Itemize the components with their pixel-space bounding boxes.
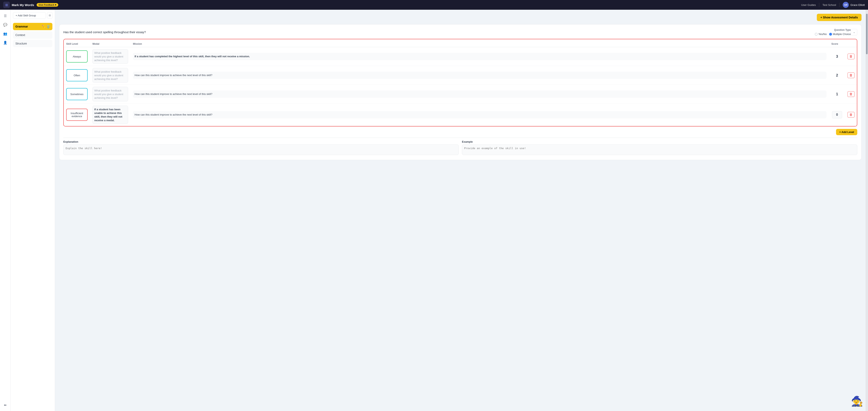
user-guides-link[interactable]: User Guides xyxy=(801,3,816,6)
table-row: Often What positive feedback would you g… xyxy=(64,66,857,85)
chevron-down-button[interactable]: ⌄ xyxy=(851,29,857,35)
explanation-section: Explanation Example xyxy=(63,137,857,156)
feedback-dot xyxy=(55,4,56,5)
multiple-choice-label: Multiple Choice xyxy=(833,33,851,36)
medal-placeholder[interactable]: What positive feedback would you give a … xyxy=(92,87,128,101)
medal-cell: What positive feedback would you give a … xyxy=(90,47,130,66)
mission-text: If a student has completed the highest l… xyxy=(134,55,250,58)
show-assessment-button[interactable]: + Show Assessment Details xyxy=(817,14,862,21)
scroll-thumb xyxy=(866,14,868,54)
table-row: Insufficient evidence If a student has b… xyxy=(64,104,857,126)
scroll-track[interactable] xyxy=(866,10,868,411)
delete-cell: 🗑 xyxy=(845,85,857,104)
score-input[interactable] xyxy=(832,111,842,118)
question-card: Has the student used correct spelling th… xyxy=(59,24,862,160)
skill-level-cell: Insufficient evidence xyxy=(64,104,90,126)
feedback-button[interactable]: Give Feedback xyxy=(37,3,59,7)
medal-placeholder[interactable]: What positive feedback would you give a … xyxy=(92,49,128,64)
multiple-choice-option[interactable]: Multiple Choice xyxy=(829,33,851,36)
delete-row-button[interactable]: 🗑 xyxy=(847,72,855,78)
explanation-input[interactable] xyxy=(63,145,459,155)
mission-cell: If a student has completed the highest l… xyxy=(130,47,829,66)
icon-bar-item-logout[interactable]: ⬅ xyxy=(2,401,9,409)
skill-rows-body: Always What positive feedback would you … xyxy=(64,47,857,126)
sidebar-item-grammar[interactable]: Grammar ✏️ 🗑️ xyxy=(13,23,53,30)
skill-level-name: Sometimes xyxy=(70,93,83,96)
skill-level-box-insufficient[interactable]: Insufficient evidence xyxy=(66,109,88,121)
skill-level-cell: Always xyxy=(64,47,90,66)
icon-bar-item-person[interactable]: 👤 xyxy=(2,39,9,46)
yes-no-option[interactable]: Yes/No xyxy=(815,33,827,36)
medal-cell: What positive feedback would you give a … xyxy=(90,66,130,85)
delete-row-button[interactable]: 🗑 xyxy=(847,112,855,118)
add-skill-group-label: + Add Skill Group xyxy=(16,14,36,17)
feedback-label: Give Feedback xyxy=(39,4,55,6)
icon-bar-item-users[interactable]: 👥 xyxy=(2,30,9,37)
school-name: Test School xyxy=(823,3,836,6)
icon-bar-item-chat[interactable]: 💬 xyxy=(2,21,9,28)
example-label: Example xyxy=(462,140,857,143)
example-input[interactable] xyxy=(462,145,857,155)
mascot: 🧙 xyxy=(851,396,863,407)
score-cell: 2 xyxy=(829,66,845,85)
collapse-button[interactable]: ⊟ xyxy=(47,12,53,19)
table-row: Always What positive feedback would you … xyxy=(64,47,857,66)
avatar: GR xyxy=(843,2,849,8)
table-row: Sometimes What positive feedback would y… xyxy=(64,85,857,104)
explanation-label: Explanation xyxy=(63,140,459,143)
skill-level-name: Always xyxy=(73,55,81,58)
mission-placeholder[interactable]: How can this student improve to achieve … xyxy=(133,91,827,98)
col-score: Score xyxy=(829,41,845,47)
sidebar-item-context[interactable]: Context xyxy=(13,31,53,39)
medal-placeholder[interactable]: If a student has been unable to achieve … xyxy=(92,106,128,124)
skill-level-box-often[interactable]: Often xyxy=(66,69,88,81)
medal-text: What positive feedback would you give a … xyxy=(94,89,123,99)
question-type-options: Yes/No Multiple Choice xyxy=(815,33,851,36)
mission-text: How can this student improve to achieve … xyxy=(134,93,212,96)
mission-cell: How can this student improve to achieve … xyxy=(130,66,829,85)
medal-cell: If a student has been unable to achieve … xyxy=(90,104,130,126)
mission-placeholder[interactable]: How can this student improve to achieve … xyxy=(133,72,827,79)
mission-cell: How can this student improve to achieve … xyxy=(130,85,829,104)
delete-cell: 🗑 xyxy=(845,47,857,66)
skill-level-box-sometimes[interactable]: Sometimes xyxy=(66,88,88,100)
sidebar-item-structure[interactable]: Structure xyxy=(13,40,53,47)
assessment-bar: + Show Assessment Details xyxy=(59,14,862,21)
user-name: Grace Elliott xyxy=(850,3,865,6)
col-skill-level: Skill Level xyxy=(64,41,90,47)
add-skill-group-button[interactable]: + Add Skill Group xyxy=(13,12,46,19)
skill-level-box-always[interactable]: Always xyxy=(66,51,88,63)
skill-level-name: Insufficient evidence xyxy=(68,112,86,118)
mission-placeholder[interactable]: If a student has completed the highest l… xyxy=(133,53,827,60)
question-text: Has the student used correct spelling th… xyxy=(63,30,815,34)
skill-levels-table: Skill Level Medal Mission Score Always W… xyxy=(64,41,857,126)
question-header: Has the student used correct spelling th… xyxy=(63,29,857,36)
score-value: 2 xyxy=(836,73,838,77)
skill-level-cell: Sometimes xyxy=(64,85,90,104)
score-cell: 3 xyxy=(829,47,845,66)
skill-group-label: Context xyxy=(16,33,25,37)
question-type-section: Question Type Yes/No Multiple Choice xyxy=(815,29,851,36)
nav-links: User Guides Test School GR Grace Elliott xyxy=(801,2,865,8)
icon-bar-item-menu[interactable]: ☰ xyxy=(2,12,9,20)
explanation-block: Explanation xyxy=(63,140,459,156)
medal-placeholder[interactable]: What positive feedback would you give a … xyxy=(92,68,128,83)
medal-text: If a student has been unable to achieve … xyxy=(94,108,122,122)
delete-row-button[interactable]: 🗑 xyxy=(847,54,855,59)
sidebar: + Add Skill Group ⊟ Grammar ✏️ 🗑️ Contex… xyxy=(10,10,55,411)
col-medal: Medal xyxy=(90,41,130,47)
logo-icon: ⊞ xyxy=(3,2,10,8)
mission-placeholder[interactable]: How can this student improve to achieve … xyxy=(133,111,827,118)
app-layout: ☰ 💬 👥 👤 ⬅ + Add Skill Group ⊟ Grammar ✏️… xyxy=(0,0,868,411)
col-delete xyxy=(845,41,857,47)
yes-no-radio[interactable] xyxy=(815,33,817,36)
delete-skill-button[interactable]: 🗑️ xyxy=(46,25,50,28)
delete-row-button[interactable]: 🗑 xyxy=(847,91,855,97)
example-block: Example xyxy=(462,140,857,156)
score-value: 1 xyxy=(836,92,838,96)
add-level-button[interactable]: + Add Level xyxy=(836,129,857,135)
yes-no-label: Yes/No xyxy=(818,33,827,36)
multiple-choice-radio[interactable] xyxy=(829,33,832,36)
medal-text: What positive feedback would you give a … xyxy=(94,70,123,81)
edit-skill-button[interactable]: ✏️ xyxy=(42,25,45,28)
